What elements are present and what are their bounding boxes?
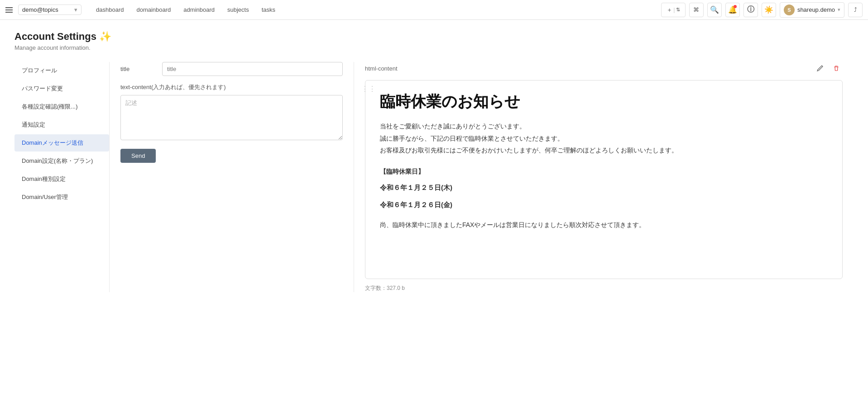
edit-button[interactable] [814,62,826,75]
textarea-label: text-content(入力あれば、優先されます) [120,83,343,91]
html-panel-actions [814,62,843,75]
search-icon: 🔍 [710,5,719,14]
content-para2: 誠に勝手ながら、下記の日程で臨時休業とさせていただきます。 [380,133,828,145]
content-body: 当社をご愛顧いただき誠にありがとうございます。 誠に勝手ながら、下記の日程で臨時… [380,120,828,231]
sidebar-item-domain-message[interactable]: Domainメッセージ送信 [14,134,109,152]
html-panel-title: html-content [365,65,398,72]
nav-dashboard[interactable]: dashboard [91,4,129,16]
user-label: shareup.demo [797,6,835,13]
send-button[interactable]: Send [120,149,156,163]
title-label: title [120,66,157,72]
nav-domainboard[interactable]: domainboard [131,4,176,16]
nav-right: ＋ | ⇅ ⌘ 🔍 🔔 ⓘ ☀️ S shareup.demo ▾ ⤴ [661,2,863,18]
html-content-box-wrapper: ⋮⋮ 臨時休業のお知らせ 当社をご愛顧いただき誠にありがとうございます。 誠に勝… [365,80,843,279]
share-icon[interactable]: ⤴ [848,3,863,17]
char-count: 文字数：327.0 b [365,284,843,292]
content-para3: お客様及びお取引先様にはご不便をおかけいたしますが、何卒ご理解のほどよろしくお願… [380,144,828,156]
user-menu[interactable]: S shareup.demo ▾ [780,2,844,18]
html-panel-header: html-content [365,62,843,75]
chevron-down-icon: ▾ [838,7,840,13]
html-content-box: ⋮⋮ 臨時休業のお知らせ 当社をご愛顧いただき誠にありがとうございます。 誠に勝… [365,80,843,279]
sidebar-item-domain-user[interactable]: Domain/User管理 [14,189,109,206]
delete-button[interactable] [830,62,843,75]
sidebar-item-domain-type[interactable]: Domain種別設定 [14,170,109,188]
info-button[interactable]: ⓘ [743,3,758,17]
notification-button[interactable]: 🔔 [725,3,740,17]
nav-tasks[interactable]: tasks [256,4,281,16]
main-content: プロフィール パスワード変更 各種設定確認(権限...) 通知設定 Domain… [14,62,854,292]
drag-handle-icon[interactable]: ⋮⋮ [361,85,376,93]
workspace-selector[interactable]: demo@topics ▾ [18,5,82,15]
plus-icon: ＋ [667,6,672,14]
title-row: title [120,62,343,76]
workspace-label: demo@topics [22,6,58,13]
sun-icon: ☀️ [764,5,773,14]
content-main-title: 臨時休業のお知らせ [380,91,828,111]
avatar: S [784,5,795,15]
sidebar-item-profile[interactable]: プロフィール [14,62,109,79]
content-date2: 令和６年１月２６日(金) [380,199,828,212]
sidebar-item-password[interactable]: パスワード変更 [14,80,109,97]
sidebar: プロフィール パスワード変更 各種設定確認(権限...) 通知設定 Domain… [14,62,110,292]
form-area: title text-content(入力あれば、優先されます) Send [110,62,354,292]
add-button[interactable]: ＋ | ⇅ [661,3,686,17]
page-header: Account Settings ✨ Manage account inform… [14,31,854,51]
chevron-down-icon: ▾ [74,6,77,13]
command-icon: ⌘ [693,6,699,13]
sidebar-item-domain-settings[interactable]: Domain設定(名称・プラン) [14,152,109,170]
content-section-title: 【臨時休業日】 [380,166,828,178]
page-wrapper: Account Settings ✨ Manage account inform… [0,20,868,303]
nav-adminboard[interactable]: adminboard [178,4,220,16]
content-para1: 当社をご愛顧いただき誠にありがとうございます。 [380,120,828,133]
search-button[interactable]: 🔍 [707,3,722,17]
html-panel: html-content ⋮⋮ [354,62,854,292]
sidebar-item-settings-confirm[interactable]: 各種設定確認(権限...) [14,98,109,115]
hamburger-menu-icon[interactable] [5,7,13,13]
page-title: Account Settings ✨ [14,31,854,43]
textarea-section: text-content(入力あれば、優先されます) [120,83,343,142]
notification-dot [734,5,737,8]
theme-button[interactable]: ☀️ [762,3,776,17]
page-subtitle: Manage account information. [14,44,854,51]
top-navigation: demo@topics ▾ dashboard domainboard admi… [0,0,868,20]
nav-subjects[interactable]: subjects [222,4,254,16]
sidebar-item-notifications[interactable]: 通知設定 [14,116,109,133]
command-button[interactable]: ⌘ [689,3,704,17]
info-icon: ⓘ [747,5,754,14]
sort-icon: ⇅ [676,7,680,13]
text-content-textarea[interactable] [120,95,343,140]
content-date1: 令和６年１月２５日(木) [380,181,828,194]
divider: | [673,6,675,13]
nav-links: dashboard domainboard adminboard subject… [91,4,281,16]
content-note: 尚、臨時休業中に頂きましたFAXやメールは営業日になりましたら順次対応させて頂き… [380,219,828,231]
nav-left: demo@topics ▾ dashboard domainboard admi… [5,4,281,16]
title-input[interactable] [162,62,343,76]
